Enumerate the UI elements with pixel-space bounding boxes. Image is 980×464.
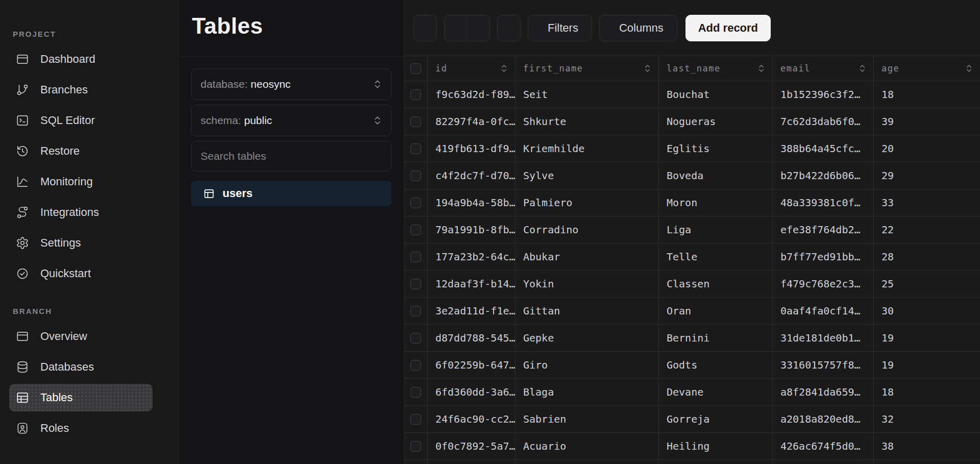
cell-id[interactable]: 12daaf3f-b14… [428, 271, 516, 298]
schema-select[interactable]: schema: public [191, 105, 391, 136]
columns-button[interactable]: Columns [599, 15, 677, 41]
row-checkbox[interactable] [410, 360, 421, 371]
cell-last_name[interactable]: Moron [659, 189, 773, 216]
sort-icon[interactable] [965, 64, 973, 73]
collapse-panel-button[interactable] [413, 15, 437, 41]
cell-last_name[interactable]: Gorreja [659, 406, 773, 433]
cell-first_name[interactable]: Abukar [516, 243, 659, 271]
sidebar-item-restore[interactable]: Restore [9, 137, 153, 165]
column-header-first_name[interactable]: first_name [516, 56, 659, 81]
column-header-last_name[interactable]: last_name [659, 56, 773, 81]
cell-last_name[interactable]: Oran [659, 298, 773, 325]
cell-first_name[interactable]: Sabrien [516, 406, 659, 433]
sidebar-item-integrations[interactable]: Integrations [9, 199, 153, 226]
cell-last_name[interactable]: Telle [659, 243, 773, 271]
cell-email[interactable]: efe38f764db2… [773, 216, 874, 243]
cell-last_name[interactable]: Liga [659, 216, 773, 243]
cell-age[interactable]: 18 [874, 379, 980, 406]
next-page-button[interactable] [467, 15, 489, 41]
row-checkbox[interactable] [410, 387, 421, 398]
database-select[interactable]: database: neosync [191, 68, 391, 100]
cell-email[interactable]: 7c62d3dab6f0… [773, 108, 874, 135]
cell-email[interactable]: 0aaf4fa0cf14… [773, 298, 874, 325]
column-header-id[interactable]: id [428, 56, 516, 81]
cell-id[interactable]: 79a1991b-8fb… [428, 216, 516, 243]
cell-id[interactable]: 177a23b2-64c… [428, 243, 516, 271]
column-header-email[interactable]: email [773, 56, 874, 81]
cell-email[interactable]: 388b64a45cfc… [773, 135, 874, 162]
cell-id[interactable]: d87dd788-545… [428, 325, 516, 352]
cell-id[interactable]: 24f6ac90-cc2… [428, 406, 516, 433]
cell-id[interactable]: 6fd360dd-3a6… [428, 379, 516, 406]
cell-first_name[interactable]: Sylve [516, 162, 659, 189]
cell-age[interactable]: 38 [874, 433, 980, 460]
row-checkbox[interactable] [410, 306, 421, 316]
sort-icon[interactable] [757, 64, 765, 73]
cell-last_name[interactable]: Devane [659, 379, 773, 406]
row-checkbox[interactable] [410, 143, 421, 154]
cell-age[interactable]: 30 [874, 298, 980, 325]
column-header-age[interactable]: age [874, 56, 980, 81]
row-checkbox[interactable] [410, 414, 421, 425]
cell-age[interactable]: 29 [874, 162, 980, 189]
cell-email[interactable]: 3316015757f8… [773, 352, 874, 379]
cell-first_name[interactable]: Shkurte [516, 108, 659, 135]
cell-last_name[interactable]: Godts [659, 352, 773, 379]
cell-age[interactable]: 19 [874, 352, 980, 379]
cell-last_name[interactable]: Bernini [659, 325, 773, 352]
cell-email[interactable]: 48a339381c0f… [773, 189, 874, 216]
history-button[interactable] [497, 15, 521, 41]
cell-first_name[interactable]: Yokin [516, 271, 659, 298]
cell-email[interactable]: a2018a820ed8… [773, 406, 874, 433]
row-checkbox[interactable] [410, 116, 421, 127]
cell-first_name[interactable]: Giro [516, 352, 659, 379]
search-tables-input[interactable] [191, 141, 391, 171]
cell-first_name[interactable]: Gepke [516, 325, 659, 352]
cell-id[interactable]: 419fb613-df9… [428, 135, 516, 162]
cell-email[interactable]: b27b422d6b06… [773, 162, 874, 189]
sort-icon[interactable] [644, 64, 651, 73]
sidebar-item-monitoring[interactable]: Monitoring [9, 168, 153, 196]
cell-first_name[interactable]: Kriemhilde [516, 135, 659, 162]
cell-first_name[interactable]: Corradino [516, 216, 659, 243]
cell-first_name[interactable]: Gittan [516, 298, 659, 325]
cell-email[interactable]: f479c768e2c3… [773, 271, 874, 298]
cell-last_name[interactable]: Boveda [659, 162, 773, 189]
cell-email[interactable]: b7ff77ed91bb… [773, 243, 874, 271]
sidebar-item-dashboard[interactable]: Dashboard [9, 45, 153, 73]
sidebar-item-overview[interactable]: Overview [9, 323, 153, 350]
cell-age[interactable]: 25 [874, 271, 980, 298]
sort-icon[interactable] [500, 64, 508, 73]
cell-email[interactable]: 426ac674f5d0… [773, 433, 874, 460]
sidebar-item-roles[interactable]: Roles [9, 414, 153, 442]
cell-first_name[interactable]: Acuario [516, 433, 659, 460]
cell-id[interactable]: 82297f4a-0fc… [428, 108, 516, 135]
cell-first_name[interactable]: Palmiero [516, 189, 659, 216]
cell-age[interactable]: 19 [874, 325, 980, 352]
sidebar-item-sql-editor[interactable]: SQL Editor [9, 107, 153, 134]
cell-email[interactable]: 31de181de0b1… [773, 325, 874, 352]
cell-last_name[interactable]: Heiling [659, 433, 773, 460]
sidebar-item-branches[interactable]: Branches [9, 76, 153, 104]
cell-last_name[interactable]: Nogueras [659, 108, 773, 135]
cell-id[interactable]: 6f02259b-647… [428, 352, 516, 379]
sidebar-item-databases[interactable]: Databases [9, 353, 153, 381]
sidebar-item-tables[interactable]: Tables [9, 384, 153, 411]
cell-last_name[interactable]: Bouchat [659, 81, 773, 108]
cell-age[interactable]: 28 [874, 243, 980, 271]
prev-page-button[interactable] [445, 15, 467, 41]
row-checkbox[interactable] [410, 252, 421, 262]
row-checkbox[interactable] [410, 170, 421, 181]
table-list-item-users[interactable]: users [191, 181, 391, 206]
cell-age[interactable]: 20 [874, 135, 980, 162]
row-checkbox[interactable] [410, 441, 421, 452]
cell-last_name[interactable]: Eglitis [659, 135, 773, 162]
add-record-button[interactable]: Add record [685, 15, 771, 41]
cell-last_name[interactable]: Classen [659, 271, 773, 298]
select-all-checkbox[interactable] [410, 63, 421, 74]
cell-email[interactable]: a8f2841da659… [773, 379, 874, 406]
row-checkbox[interactable] [410, 225, 421, 235]
cell-age[interactable]: 22 [874, 216, 980, 243]
cell-age[interactable]: 18 [874, 81, 980, 108]
row-checkbox[interactable] [410, 333, 421, 344]
